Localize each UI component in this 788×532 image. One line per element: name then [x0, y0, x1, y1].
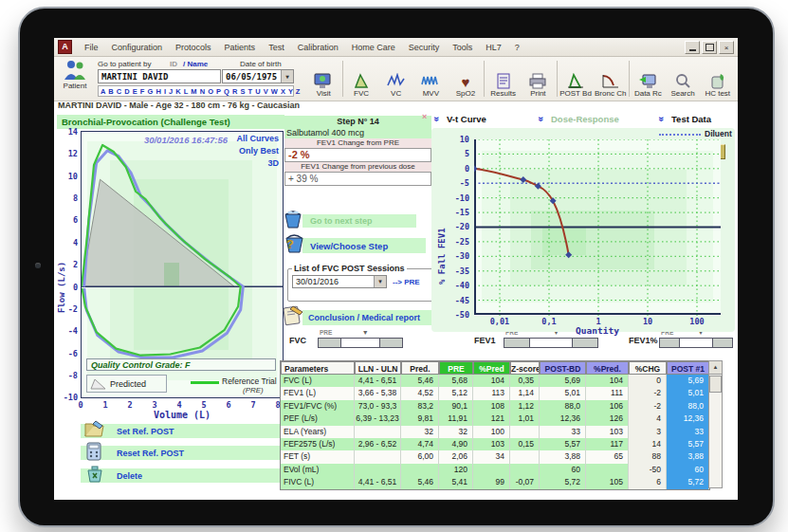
dob-dropdown-icon[interactable]: ▼ — [281, 70, 293, 83]
menu-tools[interactable]: Tools — [446, 43, 479, 52]
toolbar-button-hc-test[interactable]: HC test — [700, 58, 735, 100]
all-curves-link[interactable]: All Curves — [236, 134, 279, 143]
menu-configuration[interactable]: Configuration — [105, 43, 170, 52]
toolbar-buttons: Visit FVC VC MVV ♥ SpO2 — [306, 58, 735, 100]
menu-hl7[interactable]: HL7 — [479, 43, 508, 52]
tab-dose-response[interactable]: Dose-Response — [551, 114, 619, 124]
app-window: A File Configuration Protocols Patients … — [54, 38, 738, 500]
chevron-down-icon[interactable]: » — [536, 117, 546, 122]
toolbar-button-fvc[interactable]: FVC — [344, 58, 379, 100]
toolbar-separator — [629, 61, 630, 97]
minimize-button[interactable] — [685, 41, 700, 54]
parameters-table: Parameters LLN - ULN Pred. PRE %Pred Z-s… — [280, 360, 710, 490]
menu-protocols[interactable]: Protocols — [169, 43, 218, 52]
fev1pct-slider[interactable]: PRE ▼ — [659, 330, 733, 351]
delete-icon — [85, 466, 104, 483]
restore-button[interactable] — [702, 41, 717, 54]
scrollbar-thumb[interactable] — [709, 376, 722, 393]
table-row: FEV1/FVC (%)73,0 - 93,383,290,11081,1288… — [281, 400, 709, 413]
change-from-prev-value: + 39 % — [284, 172, 431, 186]
trial-datetime: 30/01/2016 16:47:56 — [129, 135, 243, 145]
slider-marker-icon[interactable]: ▼ — [362, 329, 369, 336]
dob-label: Date of birth — [240, 60, 282, 68]
menu-help[interactable]: ? — [508, 43, 526, 52]
toolbar-button-post-bd[interactable]: POST Bd — [559, 58, 594, 100]
chevron-down-icon[interactable]: » — [656, 117, 667, 122]
patient-button[interactable]: Patient — [58, 59, 92, 90]
hc-test-icon — [708, 73, 727, 89]
alphabet-bar[interactable]: A B C D E F G H I J K L M N O P Q R S T … — [98, 85, 294, 97]
view-choose-step-button[interactable]: View/Choose Step — [302, 238, 426, 253]
dose-response-chart — [474, 139, 721, 316]
toolbar-button-vc[interactable]: VC — [378, 58, 413, 100]
change-from-prev-label: FEV1 Change from previous dose — [284, 162, 431, 172]
quantity-axis-label: Quantity — [547, 325, 648, 336]
menu-security[interactable]: Security — [402, 43, 447, 52]
volume-xtick: 2 — [122, 400, 137, 410]
fvc-slider[interactable]: PRE ▼ — [318, 330, 403, 351]
toolbar-button-spo2[interactable]: ♥ SpO2 — [449, 58, 484, 100]
volume-xtick: 5 — [196, 400, 211, 410]
bronchial-provocation-header: Bronchial-Provocation (Challenge Test) — [57, 115, 284, 129]
dose-xtick: 0,01 — [483, 317, 517, 326]
scroll-up-icon[interactable]: ▲ — [709, 361, 722, 375]
col-lln-uln: LLN - ULN — [355, 361, 401, 375]
col-z-score: Z-score — [510, 361, 540, 375]
close-button[interactable]: × — [719, 41, 734, 54]
conclusion-report-button[interactable]: Conclusion / Medical report — [302, 310, 431, 325]
set-ref-post-button[interactable]: Set Ref. POST — [81, 424, 282, 438]
dose-ytick: 5 — [449, 149, 469, 158]
session-dropdown-icon[interactable]: ▼ — [374, 276, 386, 287]
toolbar-button-print[interactable]: Print — [521, 58, 556, 100]
flow-ytick: 14 — [54, 127, 78, 137]
tab-vt-curve[interactable]: V-t Curve — [447, 114, 486, 124]
step-panel-close-icon[interactable]: × — [422, 112, 427, 121]
col-pred: Pred. — [401, 361, 439, 375]
menu-home-care[interactable]: Home Care — [345, 43, 402, 52]
table-scrollbar[interactable]: ▲ — [708, 360, 723, 488]
table-row: FET (s)6,002,06343,8865883,88 — [281, 450, 709, 463]
dose-ytick: -50 — [449, 310, 469, 320]
toolbar-button-bronc-ch[interactable]: Bronc Ch — [593, 58, 628, 100]
dose-ytick: -45 — [449, 296, 469, 305]
dose-ytick: -20 — [449, 222, 469, 231]
3d-link[interactable]: 3D — [267, 158, 279, 168]
delete-button[interactable]: Delete — [81, 468, 282, 483]
volume-xtick: 3 — [147, 400, 162, 410]
menu-test[interactable]: Test — [262, 43, 291, 52]
flow-volume-svg — [82, 132, 283, 397]
print-icon — [528, 73, 547, 89]
fev1-slider-label: FEV1 — [474, 336, 496, 345]
view-choose-bucket-icon: ? — [283, 231, 305, 253]
toolbar-button-results[interactable]: Results — [486, 58, 521, 100]
menu-patients[interactable]: Patients — [218, 43, 263, 52]
window-controls: × — [685, 41, 734, 54]
tab-test-data[interactable]: Test Data — [671, 114, 711, 124]
change-from-pre-value: -2 % — [284, 148, 431, 162]
toolbar-separator — [342, 61, 343, 97]
table-row: FEF2575 (L/s)2,96 - 6,524,744,901030,155… — [281, 438, 709, 450]
toolbar-button-visit[interactable]: Visit — [306, 58, 341, 100]
toolbar-button-search[interactable]: Search — [666, 58, 701, 100]
menu-file[interactable]: File — [78, 43, 105, 52]
toolbar: Patient Go to patient by ID / Name Date … — [54, 57, 738, 101]
go-to-next-step-button[interactable]: Go to next step — [302, 214, 416, 228]
only-best-link[interactable]: Only Best — [239, 146, 279, 156]
dose-ytick: -35 — [449, 266, 469, 276]
volume-xtick: 7 — [246, 400, 261, 410]
patient-name-input[interactable]: MARTINI DAVID — [98, 69, 221, 83]
toolbar-button-data-rc[interactable]: Data Rc — [631, 58, 666, 100]
menu-bar: A File Configuration Protocols Patients … — [54, 38, 738, 57]
session-select[interactable]: 30/01/2016 ▼ — [292, 275, 387, 288]
menu-calibration[interactable]: Calibration — [291, 43, 345, 52]
volume-xtick: 6 — [221, 400, 236, 410]
table-row: PEF (L/s)6,39 - 13,239,8111,911211,0112,… — [281, 413, 709, 425]
table-row: EVol (mL)12060-5060 — [281, 464, 709, 476]
reset-ref-post-button[interactable]: Reset Ref. POST — [81, 446, 282, 460]
dose-ytick: -5 — [449, 178, 469, 188]
dob-input[interactable]: 06/05/1975 ▼ — [222, 69, 294, 83]
toolbar-button-mvv[interactable]: MVV — [413, 58, 449, 100]
conclusion-report-icon — [282, 304, 305, 326]
spo2-heart-icon: ♥ — [462, 75, 470, 89]
chevron-down-icon[interactable]: » — [431, 117, 442, 122]
